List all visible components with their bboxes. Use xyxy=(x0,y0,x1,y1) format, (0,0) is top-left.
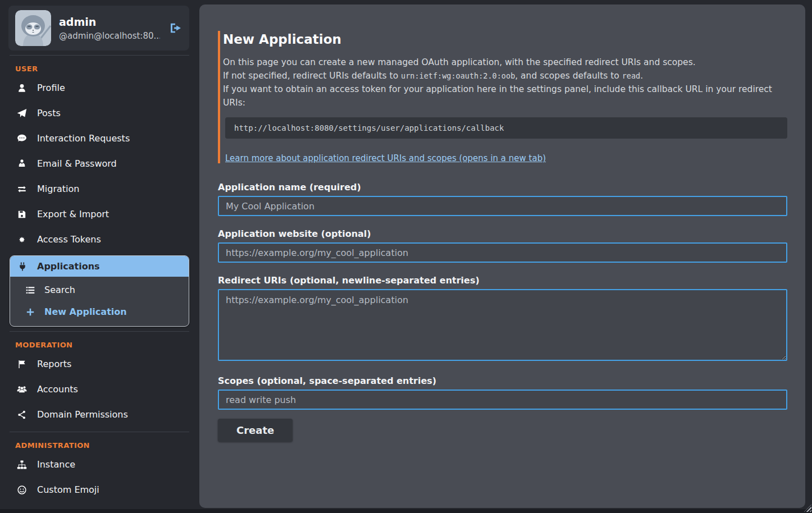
bottom-edge-strip xyxy=(0,509,812,513)
main-panel: New Application On this page you can cre… xyxy=(199,4,805,508)
sidebar-item-label: Search xyxy=(44,285,75,295)
sidebar-item-label: Profile xyxy=(37,83,65,93)
inline-code-read: read xyxy=(622,71,641,80)
sitemap-icon xyxy=(16,460,28,470)
applications-submenu: Search New Application xyxy=(10,277,189,326)
sidebar-divider xyxy=(10,55,189,56)
callback-url-codeblock: http://localhost:8080/settings/user/appl… xyxy=(225,117,787,139)
field-application-name: Application name (required) xyxy=(218,182,787,216)
sidebar-item-label: Posts xyxy=(37,108,61,118)
sidebar-item-label: Export & Import xyxy=(37,209,109,219)
intro-line-2: If not specified, redirect URIs defaults… xyxy=(223,69,787,83)
sidebar-item-label: Instance xyxy=(37,459,75,470)
sloth-avatar xyxy=(15,10,51,46)
sidebar-item-label: Custom Emoji xyxy=(37,484,99,495)
intro-line-1: On this page you can create a new manage… xyxy=(223,56,787,69)
sidebar-item-label: Accounts xyxy=(37,384,78,395)
arrows-left-right-icon xyxy=(16,184,28,194)
plug-icon xyxy=(17,262,28,272)
field-application-website: Application website (optional) xyxy=(218,228,787,263)
intro-line-3: If you want to obtain an access token fo… xyxy=(223,83,787,109)
sidebar-item-label: Email & Password xyxy=(37,158,117,169)
user-icon xyxy=(16,83,28,93)
sidebar-item-domain-permissions[interactable]: Domain Permissions xyxy=(0,402,198,427)
sidebar-item-profile[interactable]: Profile xyxy=(0,75,198,100)
share-nodes-icon xyxy=(16,410,28,420)
sidebar-item-label: Domain Permissions xyxy=(37,409,128,420)
section-header-administration: ADMINISTRATION xyxy=(15,441,198,450)
sign-out-icon[interactable] xyxy=(169,21,183,35)
sidebar-item-migration[interactable]: Migration xyxy=(0,176,198,201)
field-redirect-uris: Redirect URIs (optional, newline-separat… xyxy=(218,275,787,363)
users-icon xyxy=(16,384,28,395)
sidebar-divider xyxy=(10,432,189,432)
scopes-label: Scopes (optional, space-separated entrie… xyxy=(218,375,787,386)
paper-plane-icon xyxy=(16,108,28,118)
sidebar-item-reports[interactable]: Reports xyxy=(0,351,198,377)
user-identity: admin @admin@localhost:80... xyxy=(59,16,160,41)
user-card: admin @admin@localhost:80... xyxy=(8,6,189,51)
flag-icon xyxy=(16,359,28,369)
application-name-label: Application name (required) xyxy=(218,182,787,193)
application-website-label: Application website (optional) xyxy=(218,228,787,239)
application-name-input[interactable] xyxy=(218,196,787,216)
sidebar-item-applications[interactable]: Applications xyxy=(10,256,189,277)
sidebar-item-label: Reports xyxy=(37,359,71,369)
settings-sidebar: admin @admin@localhost:80... USER Profil… xyxy=(0,0,198,513)
application-website-input[interactable] xyxy=(218,242,787,263)
sidebar-item-applications-search[interactable]: Search xyxy=(10,279,189,301)
sidebar-item-label: Interaction Requests xyxy=(37,133,130,144)
new-application-intro: New Application On this page you can cre… xyxy=(218,31,787,163)
section-header-user: USER xyxy=(15,65,198,73)
scopes-input[interactable] xyxy=(218,390,787,410)
inline-code-oob: urn:ietf:wg:oauth:2.0:oob xyxy=(401,71,515,80)
sidebar-item-label: Access Tokens xyxy=(37,234,101,245)
sidebar-item-export-import[interactable]: Export & Import xyxy=(0,201,198,227)
list-icon xyxy=(25,285,36,295)
redirect-uris-textarea[interactable] xyxy=(218,289,787,361)
username: admin xyxy=(59,16,160,28)
section-header-moderation: MODERATION xyxy=(15,341,198,349)
user-lock-icon xyxy=(16,159,28,169)
sidebar-group-applications: Applications Search New Application xyxy=(10,255,189,327)
comment-dots-icon xyxy=(16,134,28,144)
sidebar-item-label: Migration xyxy=(37,184,79,194)
floppy-disk-icon xyxy=(16,209,28,219)
smiley-icon xyxy=(16,485,28,495)
sidebar-item-custom-emoji[interactable]: Custom Emoji xyxy=(0,477,198,502)
certificate-icon xyxy=(16,235,28,245)
new-application-form: Application name (required) Application … xyxy=(218,182,787,442)
redirect-uris-label: Redirect URIs (optional, newline-separat… xyxy=(218,275,787,286)
page-title: New Application xyxy=(223,31,787,48)
user-handle: @admin@localhost:80... xyxy=(59,31,160,41)
sidebar-item-label: New Application xyxy=(44,306,127,317)
sidebar-item-posts[interactable]: Posts xyxy=(0,100,198,126)
learn-more-link[interactable]: Learn more about application redirect UR… xyxy=(225,153,546,163)
plus-icon xyxy=(25,307,36,317)
sidebar-item-accounts[interactable]: Accounts xyxy=(0,377,198,402)
field-scopes: Scopes (optional, space-separated entrie… xyxy=(218,375,787,410)
sidebar-divider xyxy=(10,331,189,332)
sidebar-item-access-tokens[interactable]: Access Tokens xyxy=(0,227,198,252)
create-button[interactable]: Create xyxy=(218,419,293,442)
sidebar-item-label: Applications xyxy=(37,261,100,272)
sidebar-item-interaction-requests[interactable]: Interaction Requests xyxy=(0,126,198,151)
sidebar-item-instance[interactable]: Instance xyxy=(0,452,198,477)
sidebar-item-applications-new[interactable]: New Application xyxy=(10,301,189,323)
sidebar-item-email-password[interactable]: Email & Password xyxy=(0,151,198,176)
